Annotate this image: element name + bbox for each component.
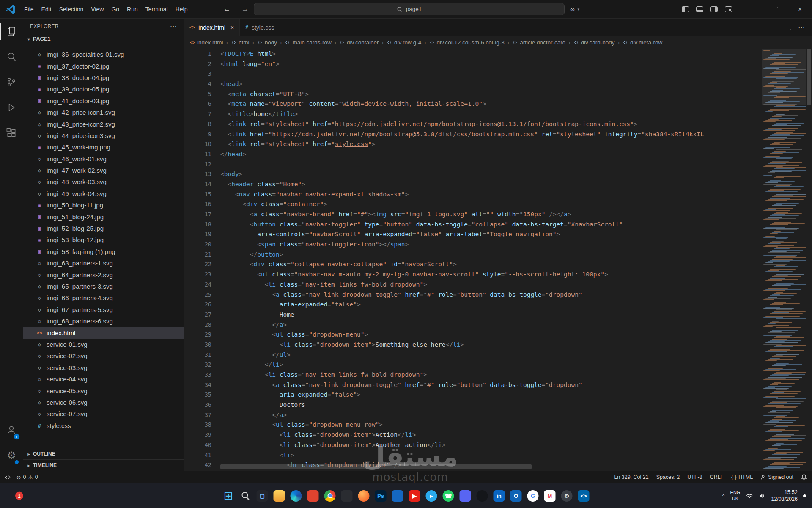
toggle-panel-icon[interactable] (696, 6, 703, 12)
file-item[interactable]: ◇imgi_36_specialities-01.svg (23, 49, 184, 60)
command-center-search[interactable]: page1 (254, 3, 565, 15)
taskbar-edge-icon[interactable] (291, 490, 302, 502)
code-line[interactable]: 8 <link rel="stylesheet" href="https://c… (184, 119, 762, 130)
breadcrumb-item[interactable]: div.container (339, 39, 379, 46)
code-line[interactable]: 19 aria-controls="navbarScroll" aria-exp… (184, 229, 762, 240)
clock[interactable]: 15:52 12/03/2026 (771, 489, 798, 503)
code-line[interactable]: 14 <header class="Home"> (184, 179, 762, 190)
code-line[interactable]: 6 <meta name="viewport" content="width=d… (184, 99, 762, 109)
code-line[interactable]: 35 aria-expanded="false"> (184, 390, 762, 400)
taskbar-discord-icon[interactable] (460, 490, 471, 502)
breadcrumb-item[interactable]: div.card-body (573, 39, 615, 46)
taskbar-file-explorer-icon[interactable] (274, 490, 285, 502)
outline-section[interactable]: ▸ OUTLINE (23, 448, 184, 459)
code-line[interactable]: 9 <link href="https://cdn.jsdelivr.net/n… (184, 130, 762, 140)
toggle-sidebar-icon[interactable] (682, 6, 689, 12)
customize-layout-icon[interactable] (725, 6, 732, 12)
code-line[interactable]: 16 <div class="container"> (184, 199, 762, 210)
horizontal-scrollbar[interactable] (220, 464, 757, 469)
vertical-scrollbar[interactable] (806, 49, 812, 471)
code-line[interactable]: 12 (184, 160, 762, 170)
more-actions-icon[interactable]: ⋯ (798, 23, 805, 31)
breadcrumb-item[interactable]: <>index.html (190, 39, 223, 46)
code-line[interactable]: 18 <button class="navbar-toggler" type="… (184, 220, 762, 230)
file-item[interactable]: ▣imgi_52_blog-25.jpg (23, 223, 184, 234)
taskbar-task-view-icon[interactable]: ▢ (257, 490, 268, 502)
more-actions-icon[interactable]: ⋯ (170, 22, 177, 30)
file-item[interactable]: ◇imgi_65_partners-3.svg (23, 281, 184, 292)
code-line[interactable]: 34 <a class="nav-link dropdown-toggle" h… (184, 380, 762, 390)
close-tab-icon[interactable]: × (230, 24, 234, 31)
folder-section-page1[interactable]: ▾ PAGE1 (23, 33, 184, 44)
language-indicator[interactable]: ENG UK (730, 490, 741, 502)
run-debug-icon[interactable] (0, 95, 23, 120)
accounts-icon[interactable]: 1 (0, 417, 23, 443)
file-item[interactable]: ▣imgi_37_doctor-02.jpg (23, 60, 184, 72)
code-line[interactable]: 23 <ul class="navbar-nav m-auto my-2 my-… (184, 270, 762, 280)
breadcrumb-item[interactable]: div.col-12.col-sm-6.col-lg-3 (429, 39, 505, 46)
code-line[interactable]: 22 <div class="collapse navbar-collapse"… (184, 260, 762, 270)
file-item[interactable]: ▣imgi_41_doctor-03.jpg (23, 95, 184, 107)
code-line[interactable]: 24 <li class="nav-item links fw-bold dro… (184, 280, 762, 290)
menu-go[interactable]: Go (107, 4, 123, 15)
code-line[interactable]: 29 <ul class="dropdown-menu"> (184, 330, 762, 340)
menu-edit[interactable]: Edit (38, 4, 55, 15)
taskbar-gmail-icon[interactable]: M (544, 490, 556, 502)
forward-arrow-icon[interactable]: → (241, 5, 249, 14)
file-item[interactable]: ◇imgi_66_partners-4.svg (23, 292, 184, 304)
menu-help[interactable]: Help (172, 4, 192, 15)
file-item[interactable]: ◇service-05.svg (23, 385, 184, 396)
notifications-bell-icon[interactable] (801, 474, 807, 480)
code-line[interactable]: 27 Home (184, 310, 762, 320)
file-item[interactable]: <>index.html (23, 327, 184, 338)
signed-out-status[interactable]: Signed out (760, 474, 793, 480)
code-line[interactable]: 25 <a class="nav-link dropdown-toggle" h… (184, 290, 762, 300)
code-line[interactable]: 3 (184, 69, 762, 79)
toggle-secondary-sidebar-icon[interactable] (710, 6, 718, 12)
file-item[interactable]: ◇imgi_67_partners-5.svg (23, 304, 184, 315)
timeline-section[interactable]: ▸ TIMELINE (23, 459, 184, 471)
file-item[interactable]: ◇imgi_48_work-03.svg (23, 176, 184, 188)
code-line[interactable]: 28 </a> (184, 320, 762, 330)
file-item[interactable]: ◇imgi_64_partners-2.svg (23, 269, 184, 280)
close-button[interactable]: × (788, 0, 812, 19)
tab-style-css[interactable]: # style.css (240, 19, 280, 36)
code-line[interactable]: 33 <li class="nav-item links fw-bold dro… (184, 370, 762, 380)
code-line[interactable]: 30 <li class="dropdown-item">Something e… (184, 340, 762, 350)
back-arrow-icon[interactable]: ← (223, 5, 230, 14)
file-item[interactable]: ▣imgi_58_faq-img (1).png (23, 246, 184, 257)
code-line[interactable]: 17 <a class="navbar-brand" href="#"><img… (184, 210, 762, 220)
scrollbar-thumb[interactable] (807, 49, 811, 105)
code-editor[interactable]: 1<!DOCTYPE html>2<html lang="en">34<head… (184, 49, 812, 471)
file-item[interactable]: ◇service-06.svg (23, 397, 184, 408)
breadcrumb-item[interactable]: article.doctor-card (512, 39, 565, 46)
indentation[interactable]: Spaces: 2 (656, 474, 680, 480)
taskbar-whatsapp-icon[interactable]: ☎ (443, 490, 454, 502)
taskbar-app-orange-icon[interactable] (358, 490, 370, 502)
notification-center-icon[interactable] (803, 494, 806, 497)
extensions-icon[interactable] (0, 120, 23, 146)
file-item[interactable]: ▣imgi_45_work-img.png (23, 141, 184, 153)
file-item[interactable]: ◇imgi_46_work-01.svg (23, 153, 184, 165)
menu-selection[interactable]: Selection (55, 4, 88, 15)
file-item[interactable]: ◇service-02.svg (23, 350, 184, 362)
taskbar-google-icon[interactable]: G (527, 490, 539, 502)
menu-file[interactable]: File (20, 4, 38, 15)
taskbar-photoshop-icon[interactable]: Ps (375, 490, 387, 502)
taskbar-app-dark-icon[interactable] (341, 490, 353, 502)
file-item[interactable]: ▣imgi_38_doctor-04.jpg (23, 72, 184, 83)
breadcrumb-item[interactable]: body (257, 39, 277, 46)
taskbar-search-icon[interactable] (240, 490, 251, 502)
code-line[interactable]: 21 </button> (184, 250, 762, 260)
file-item[interactable]: ◇imgi_63_partners-1.svg (23, 257, 184, 269)
code-line[interactable]: 31 </ul> (184, 350, 762, 360)
menu-terminal[interactable]: Terminal (142, 4, 172, 15)
file-item[interactable]: ▣imgi_39_doctor-05.jpg (23, 83, 184, 95)
file-item[interactable]: ◇service-01.svg (23, 339, 184, 350)
code-line[interactable]: 13<body> (184, 169, 762, 179)
code-line[interactable]: 20 <span class="navbar-toggler-icon"></s… (184, 240, 762, 250)
file-item[interactable]: ◇imgi_43_price-icon2.svg (23, 118, 184, 130)
taskbar-app-red-icon[interactable] (307, 490, 319, 502)
eol-sequence[interactable]: CRLF (710, 474, 724, 480)
code-line[interactable]: 11</head> (184, 149, 762, 160)
